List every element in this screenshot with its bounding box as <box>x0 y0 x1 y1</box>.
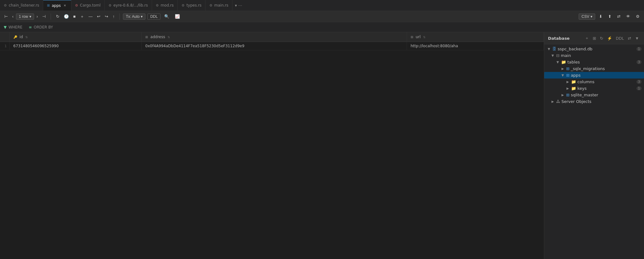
tab-apps[interactable]: ⊞ apps ✕ <box>43 0 71 11</box>
ddl-button[interactable]: DDL <box>147 13 160 20</box>
col-header-url[interactable]: ⊞ url ⇅ <box>407 32 544 42</box>
col-header-address[interactable]: ⊞ address ⇅ <box>141 32 407 42</box>
col-url-sort: ⇅ <box>423 36 426 39</box>
filter-bar: ▼ WHERE ≡ ORDER BY <box>0 22 644 32</box>
cell-id-1[interactable]: 6731480546096525990 <box>9 42 141 50</box>
db-tree[interactable]: ▼ 🗄 sspc_backend.db 1 ▼ ⊟ main ▼ 📁 table… <box>544 44 644 259</box>
tab-icon-apps: ⊞ <box>47 3 50 8</box>
table-row[interactable]: 1 6731480546096525990 0x0f4A994aDbDe4114… <box>0 42 544 50</box>
tab-types[interactable]: ⚙ types.rs <box>178 0 205 11</box>
table-sqlite-master-icon: ⊞ <box>566 93 570 97</box>
tree-item-sqlite-master[interactable]: ▶ ⊞ sqlite_master <box>544 92 644 98</box>
db-ddl-button[interactable]: DDL <box>615 35 625 42</box>
tree-item-main[interactable]: ▼ ⊟ main <box>544 52 644 59</box>
history-button[interactable]: 🕐 <box>62 13 71 20</box>
view-button[interactable]: 👁 <box>624 13 632 20</box>
nav-prev-button[interactable]: ‹ <box>10 13 15 20</box>
settings-button[interactable]: ⚙ <box>634 13 641 20</box>
db-filter-button[interactable]: ▼ <box>634 35 640 42</box>
nav-first-button[interactable]: ⊢ <box>3 13 10 20</box>
tab-icon-main: ⚙ <box>209 3 212 8</box>
sep-1 <box>51 13 51 20</box>
tab-icon-cargo: ⚙ <box>75 3 78 8</box>
tree-item-tables[interactable]: ▼ 📁 tables 3 <box>544 59 644 65</box>
tree-item-sqlx-migrations[interactable]: ▶ ⊞ _sqlx_migrations <box>544 65 644 72</box>
chart-button[interactable]: 📈 <box>173 13 182 20</box>
tab-label-cargo: Cargo.toml <box>80 3 101 8</box>
tab-label-types: types.rs <box>186 3 201 8</box>
tree-label-columns: columns <box>577 79 635 84</box>
server-objects-icon: 🖧 <box>556 99 560 104</box>
tab-mod[interactable]: ⚙ mod.rs <box>152 0 178 11</box>
col-id-sort: ⇅ <box>25 36 28 39</box>
tree-item-apps[interactable]: ▼ ⊞ apps <box>544 72 644 79</box>
tab-icon-chain-listener: ⚙ <box>4 3 7 8</box>
folder-tables-icon: 📁 <box>561 60 566 64</box>
row-selector-label: 1 row <box>19 14 28 19</box>
import-button[interactable]: ⬆ <box>606 13 613 20</box>
tx-button[interactable]: Tx: Auto ▾ <box>123 13 145 20</box>
col-address-icon: ⊞ <box>145 35 148 39</box>
chevron-tables: ▼ <box>555 60 560 64</box>
tab-label-main: main.rs <box>214 3 228 8</box>
tree-label-main: main <box>561 53 641 58</box>
col-url-label: url <box>416 35 421 39</box>
table-area[interactable]: 🔑 id ⇅ ⊞ address ⇅ ⊞ url ⇅ <box>0 32 544 259</box>
row-selector[interactable]: 1 row ▾ <box>16 13 34 20</box>
csv-label: CSV <box>581 14 589 19</box>
csv-button[interactable]: CSV ▾ <box>579 13 595 20</box>
chevron-main: ▼ <box>550 54 555 57</box>
order-by-filter[interactable]: ≡ ORDER BY <box>29 25 53 29</box>
tree-item-keys[interactable]: ▶ 📁 keys 1 <box>544 85 644 92</box>
db-panel-header: Database ＋ ⊞ ↻ ⚡ DDL ⇄ ▼ <box>544 32 644 44</box>
nav-next-button[interactable]: › <box>35 13 40 20</box>
db-refresh-button[interactable]: ↻ <box>599 35 605 42</box>
transpose-button[interactable]: ⇄ <box>615 13 622 20</box>
tab-icon-eyre: ⚙ <box>109 3 112 8</box>
col-header-rownum <box>0 32 9 42</box>
tree-item-server-objects[interactable]: ▶ 🖧 Server Objects <box>544 98 644 105</box>
tab-label-chain-listener: chain_listener.rs <box>9 3 39 8</box>
tab-close-apps[interactable]: ✕ <box>63 3 67 8</box>
stop-button[interactable]: ■ <box>71 13 78 20</box>
tab-cargo[interactable]: ⚙ Cargo.toml <box>71 0 105 11</box>
tab-eyre[interactable]: ⚙ eyre-0.6.8/.../lib.rs <box>105 0 152 11</box>
chevron-server-objects: ▶ <box>550 100 555 103</box>
csv-chevron: ▾ <box>591 14 592 19</box>
order-icon: ≡ <box>29 25 32 29</box>
upload-button[interactable]: ↑ <box>111 13 117 20</box>
chevron-apps: ▼ <box>560 74 565 77</box>
tx-chevron: ▾ <box>141 14 143 19</box>
nav-last-button[interactable]: ⊣ <box>40 13 48 20</box>
cell-address-1[interactable]: 0x0f4A994aDbDe4114F7ea518F5230d5eF3112d9… <box>141 42 407 50</box>
tree-item-sspc-backend[interactable]: ▼ 🗄 sspc_backend.db 1 <box>544 46 644 52</box>
db-panel-title: Database <box>548 36 570 41</box>
add-row-button[interactable]: ＋ <box>78 13 86 21</box>
tab-label-apps: apps <box>52 3 61 8</box>
tab-overflow[interactable]: ▾ ⋯ <box>232 3 245 8</box>
sep-2 <box>119 13 120 20</box>
database-panel: Database ＋ ⊞ ↻ ⚡ DDL ⇄ ▼ ▼ 🗄 sspc_backen… <box>544 32 644 259</box>
tree-label-apps: apps <box>571 73 641 78</box>
col-header-id[interactable]: 🔑 id ⇅ <box>9 32 141 42</box>
export-button[interactable]: ⬇ <box>597 13 604 20</box>
folder-keys-icon: 📁 <box>571 86 576 91</box>
tab-chain-listener[interactable]: ⚙ chain_listener.rs <box>0 0 43 11</box>
tab-main[interactable]: ⚙ main.rs <box>205 0 232 11</box>
db-schema-button[interactable]: ⊞ <box>591 35 597 42</box>
chevron-sqlite-master: ▶ <box>560 93 565 97</box>
cell-url-1[interactable]: http://localhost:8080/aha <box>407 42 544 50</box>
undo-button[interactable]: ↩ <box>95 13 102 20</box>
delete-row-button[interactable]: — <box>87 13 94 20</box>
where-filter[interactable]: ▼ WHERE <box>4 25 23 29</box>
chevron-columns: ▶ <box>565 80 570 84</box>
db-connect-button[interactable]: ⚡ <box>606 35 613 42</box>
db-add-button[interactable]: ＋ <box>584 35 590 42</box>
refresh-button[interactable]: ↻ <box>54 13 61 20</box>
tree-item-columns[interactable]: ▶ 📁 columns 3 <box>544 79 644 85</box>
search-button[interactable]: 🔍 <box>162 13 171 20</box>
table-apps-icon: ⊞ <box>566 73 570 78</box>
db-transfer-button[interactable]: ⇄ <box>626 35 632 42</box>
redo-button[interactable]: ↪ <box>103 13 110 20</box>
nav-controls: ⊢ ‹ 1 row ▾ › ⊣ <box>3 13 48 20</box>
